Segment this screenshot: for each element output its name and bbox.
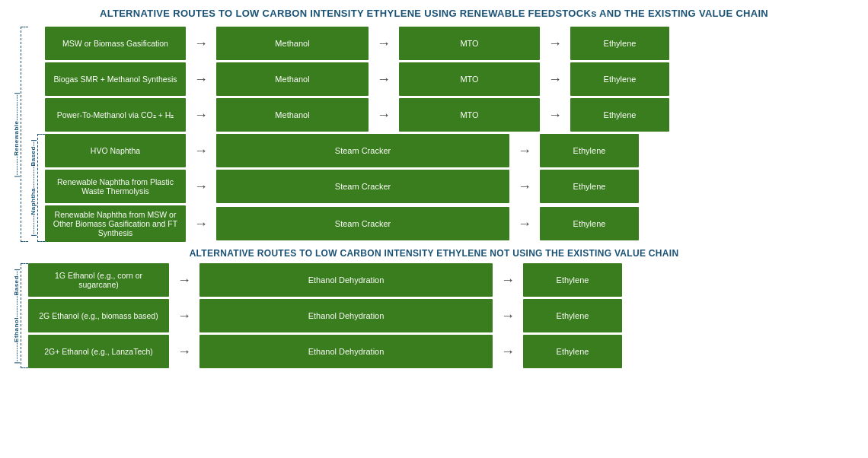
mid-methanol-2: Methanol xyxy=(216,62,369,96)
arrow-3a xyxy=(186,107,216,123)
arrow-5b xyxy=(509,179,540,195)
section2-title: ALTERNATIVE ROUTES TO LOW CARBON INTENSI… xyxy=(11,248,857,259)
arrow-1c xyxy=(540,36,570,52)
arrow-1b xyxy=(369,36,399,52)
end-ethylene-7: Ethylene xyxy=(523,263,622,297)
arrow-6b xyxy=(509,216,540,232)
mid2-mto-1: MTO xyxy=(399,27,540,60)
arrow-8a xyxy=(169,308,199,324)
ethanol-label: |--------Ethanol---------Based--| xyxy=(13,269,20,364)
arrow-6a xyxy=(186,216,216,232)
source-msw-gasification: MSW or Biomass Gasification xyxy=(45,27,186,60)
source-2gplus-ethanol: 2G+ Ethanol (e.g., LanzaTech) xyxy=(28,335,169,368)
row-2gplus-ethanol: 2G+ Ethanol (e.g., LanzaTech) Ethanol De… xyxy=(28,335,857,368)
arrow-4b xyxy=(509,143,540,159)
arrow-3c xyxy=(540,107,570,123)
end-ethylene-4: Ethylene xyxy=(540,134,639,167)
row-msw-ft-synthesis: Renewable Naphtha from MSW or Other Biom… xyxy=(45,205,857,242)
mid-ethanol-dehydration-1: Ethanol Dehydration xyxy=(199,263,493,297)
end-ethylene-5: Ethylene xyxy=(540,170,639,203)
end-ethylene-6: Ethylene xyxy=(540,207,639,240)
arrow-7b xyxy=(493,272,523,288)
mid-ethanol-dehydration-2: Ethanol Dehydration xyxy=(199,299,493,332)
arrow-2c xyxy=(540,72,570,87)
mid-steam-cracker-2: Steam Cracker xyxy=(216,170,509,203)
naphtha-rows-group: |--------Naphtha---------Based--| HVO Na… xyxy=(28,134,857,242)
source-hvo-naphtha: HVO Naphtha xyxy=(45,134,186,167)
arrow-5a xyxy=(186,179,216,195)
end-ethylene-9: Ethylene xyxy=(523,335,622,368)
mid2-mto-3: MTO xyxy=(399,98,540,132)
mid2-mto-2: MTO xyxy=(399,62,540,96)
arrow-7a xyxy=(169,272,199,288)
arrow-8b xyxy=(493,308,523,324)
methanol-rows-group: MSW or Biomass Gasification Methanol MTO… xyxy=(28,27,857,132)
arrow-9a xyxy=(169,344,199,360)
row-1g-ethanol: 1G Ethanol (e.g., corn or sugarcane) Eth… xyxy=(28,263,857,297)
row-biogas-smr: Biogas SMR + Methanol Synthesis Methanol… xyxy=(45,62,857,96)
page-container: ALTERNATIVE ROUTES TO LOW CARBON INTENSI… xyxy=(11,8,857,368)
arrow-4a xyxy=(186,143,216,159)
end-ethylene-2: Ethylene xyxy=(570,62,669,96)
row-plastic-waste: Renewable Naphtha from Plastic Waste The… xyxy=(45,170,857,203)
row-msw-gasification: MSW or Biomass Gasification Methanol MTO… xyxy=(45,27,857,60)
arrow-2b xyxy=(369,72,399,87)
source-plastic-waste: Renewable Naphtha from Plastic Waste The… xyxy=(45,170,186,203)
mid-steam-cracker-3: Steam Cracker xyxy=(216,207,509,240)
end-ethylene-3: Ethylene xyxy=(570,98,669,132)
arrow-1a xyxy=(186,36,216,52)
mid-ethanol-dehydration-3: Ethanol Dehydration xyxy=(199,335,493,368)
main-title: ALTERNATIVE ROUTES TO LOW CARBON INTENSI… xyxy=(11,8,857,19)
mid-methanol-1: Methanol xyxy=(216,27,369,60)
source-1g-ethanol: 1G Ethanol (e.g., corn or sugarcane) xyxy=(28,263,169,297)
source-msw-ft: Renewable Naphtha from MSW or Other Biom… xyxy=(45,205,186,242)
arrow-9b xyxy=(493,344,523,360)
mid-steam-cracker-1: Steam Cracker xyxy=(216,134,509,167)
source-2g-ethanol: 2G Ethanol (e.g., biomass based) xyxy=(28,299,169,332)
source-biogas-smr: Biogas SMR + Methanol Synthesis xyxy=(45,62,186,96)
row-power-to-methanol: Power-To-Methanol via CO₂ + H₂ Methanol … xyxy=(45,98,857,132)
end-ethylene-8: Ethylene xyxy=(523,299,622,332)
row-2g-ethanol: 2G Ethanol (e.g., biomass based) Ethanol… xyxy=(28,299,857,332)
arrow-3b xyxy=(369,107,399,123)
mid-methanol-3: Methanol xyxy=(216,98,369,132)
source-power-to-methanol: Power-To-Methanol via CO₂ + H₂ xyxy=(45,98,186,132)
arrow-2a xyxy=(186,72,216,87)
row-hvo-naphtha: HVO Naphtha Steam Cracker Ethylene xyxy=(45,134,857,167)
end-ethylene-1: Ethylene xyxy=(570,27,669,60)
renewable-label: |--------Renewable-----------| xyxy=(13,92,20,177)
naphtha-label: |--------Naphtha---------Based--| xyxy=(30,139,37,237)
